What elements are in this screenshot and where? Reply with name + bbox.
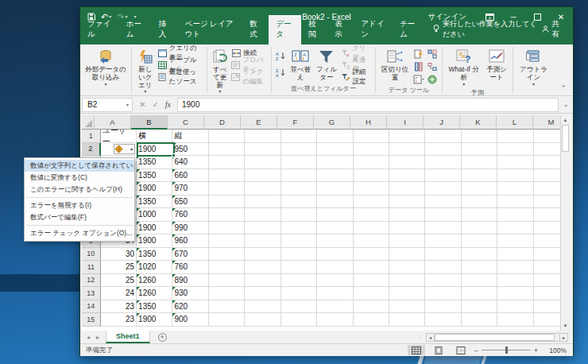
cell[interactable]: 1260 xyxy=(137,287,172,300)
cell[interactable]: 650 xyxy=(172,196,208,209)
cell[interactable] xyxy=(317,300,353,314)
cell[interactable] xyxy=(354,208,389,222)
cell[interactable] xyxy=(497,156,533,169)
vertical-scroll-track[interactable] xyxy=(561,152,570,321)
cell[interactable]: 930 xyxy=(172,287,208,300)
cell[interactable] xyxy=(209,156,245,169)
cell[interactable] xyxy=(425,248,461,261)
cell[interactable] xyxy=(245,222,280,235)
new-query-button[interactable]: 新しいクエリ ▾ xyxy=(134,46,157,96)
normal-view-button[interactable] xyxy=(408,345,425,355)
cell[interactable] xyxy=(209,196,245,209)
cell[interactable] xyxy=(245,300,280,314)
column-header-I[interactable]: I xyxy=(387,115,424,130)
zoom-slider[interactable] xyxy=(482,350,531,350)
error-options-button[interactable]: ! ▾ xyxy=(114,144,135,154)
row-header-11[interactable]: 11 xyxy=(82,261,101,274)
cell[interactable] xyxy=(462,143,497,157)
cell[interactable]: 1350 xyxy=(137,248,172,261)
cell[interactable] xyxy=(497,182,533,196)
cell[interactable] xyxy=(245,274,280,288)
scroll-left-icon[interactable]: ◂ xyxy=(426,333,435,342)
cell[interactable] xyxy=(425,274,461,288)
cell[interactable] xyxy=(425,208,461,222)
row-header-12[interactable]: 12 xyxy=(82,274,101,288)
cell[interactable] xyxy=(281,313,317,327)
cell[interactable] xyxy=(281,248,317,261)
cell[interactable] xyxy=(354,300,389,314)
cell[interactable] xyxy=(281,222,317,235)
recent-sources-button[interactable]: 最近使ったソース xyxy=(157,72,205,83)
scroll-right-icon[interactable]: ▸ xyxy=(559,333,568,342)
column-header-F[interactable]: F xyxy=(277,115,314,130)
cell[interactable] xyxy=(425,261,461,274)
cell[interactable]: 960 xyxy=(172,234,208,248)
cell[interactable] xyxy=(354,261,389,274)
cell[interactable] xyxy=(245,130,280,143)
column-header-A[interactable]: A xyxy=(95,115,131,130)
cell[interactable] xyxy=(209,313,245,327)
cell[interactable] xyxy=(281,287,317,300)
sort-descending-button[interactable]: ZA xyxy=(276,66,286,80)
confirm-entry-icon[interactable]: ✓ xyxy=(152,100,158,109)
row-header-15[interactable]: 15 xyxy=(82,313,101,327)
cell[interactable] xyxy=(462,261,497,274)
name-box-dropdown-icon[interactable]: ▾ xyxy=(126,102,132,107)
cell[interactable] xyxy=(209,182,245,196)
cell[interactable] xyxy=(209,222,245,235)
row-header-14[interactable]: 14 xyxy=(82,300,101,314)
cell[interactable]: 30 xyxy=(101,248,137,261)
new-sheet-button[interactable]: + xyxy=(150,331,175,343)
cell[interactable] xyxy=(209,169,245,183)
vertical-scrollbar[interactable]: ▲ ▼ xyxy=(560,115,570,331)
cell[interactable] xyxy=(389,143,425,157)
zoom-slider-thumb[interactable] xyxy=(505,347,508,354)
cell[interactable]: 23 xyxy=(101,313,137,327)
column-header-E[interactable]: E xyxy=(241,115,277,130)
cell[interactable]: 1260 xyxy=(137,274,172,288)
cell[interactable] xyxy=(389,274,425,288)
cell[interactable] xyxy=(317,274,353,288)
cell[interactable] xyxy=(209,234,245,248)
cell[interactable] xyxy=(389,234,425,248)
cell[interactable] xyxy=(281,196,317,209)
cell[interactable] xyxy=(209,143,245,157)
column-header-H[interactable]: H xyxy=(350,115,387,130)
cell[interactable] xyxy=(281,208,317,222)
cell[interactable] xyxy=(245,313,280,327)
cell[interactable]: 1900 xyxy=(137,182,172,196)
cell[interactable]: 1900 xyxy=(137,234,172,248)
cell[interactable] xyxy=(497,130,533,143)
cell[interactable] xyxy=(462,130,497,143)
cell[interactable] xyxy=(462,234,497,248)
menu-item[interactable]: このエラーに関するヘルプ(H) xyxy=(25,184,134,196)
menu-item[interactable]: エラーを無視する(I) xyxy=(25,199,134,211)
remove-duplicates-icon[interactable] xyxy=(413,61,424,72)
ribbon-tab[interactable]: ファイル xyxy=(80,15,119,45)
cell[interactable] xyxy=(425,313,461,327)
collapse-ribbon-button[interactable]: ⌃ xyxy=(554,84,573,95)
cell[interactable] xyxy=(317,222,353,235)
cell[interactable] xyxy=(354,182,389,196)
cell[interactable] xyxy=(209,287,245,300)
ribbon-tab[interactable]: ホーム xyxy=(119,15,152,45)
cell[interactable] xyxy=(354,196,389,209)
cell[interactable] xyxy=(389,222,425,235)
cell[interactable] xyxy=(389,208,425,222)
cell[interactable] xyxy=(354,130,389,143)
cell[interactable]: 760 xyxy=(172,208,208,222)
row-header-1[interactable]: 1 xyxy=(82,130,101,143)
cell[interactable]: 横 xyxy=(137,130,172,143)
cancel-entry-icon[interactable]: ✕ xyxy=(139,100,145,109)
cell[interactable] xyxy=(245,156,280,169)
row-header-10[interactable]: 10 xyxy=(82,248,101,261)
cell[interactable] xyxy=(462,196,497,209)
cell[interactable]: 1020 xyxy=(137,261,172,274)
cell[interactable]: 670 xyxy=(172,248,208,261)
cell[interactable]: 640 xyxy=(172,156,208,169)
cell[interactable] xyxy=(425,156,461,169)
cell[interactable] xyxy=(317,287,353,300)
cell[interactable] xyxy=(281,300,317,314)
expand-formula-bar-icon[interactable]: ⌄ xyxy=(559,101,573,108)
cell[interactable] xyxy=(389,156,425,169)
